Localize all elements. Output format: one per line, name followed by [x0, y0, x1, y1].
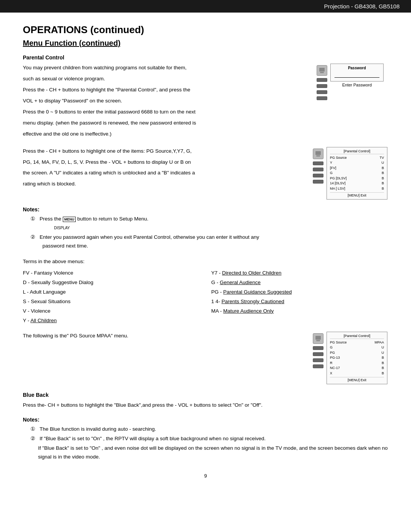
mpaa-row-4: R B [330, 361, 384, 366]
tv-side-buttons2 [313, 147, 323, 184]
pc-row-0: PG Source TV [330, 155, 384, 161]
term-d: D - Sexually Suggestive Dialog [23, 278, 200, 288]
term-pg: PG - Parental Guidance Suggested [211, 288, 388, 297]
terms-right: Y7 - Directed to Older Children G - Gene… [211, 268, 388, 326]
term-y: Y - All Children [23, 316, 200, 326]
note2-item2: ② If "Blue Back" is set to "On" , the RP… [30, 435, 388, 443]
blue-back-heading: Blue Back [23, 392, 388, 398]
page-title: OPERATIONS (continued) [23, 24, 388, 36]
note2-text2: If "Blue Back" is set to "On" , the RPTV… [40, 435, 266, 443]
password-screen: Password Enter Password [330, 64, 384, 87]
mpaa-display: [Parental Control] PG Source MPAA G U PG… [327, 332, 387, 385]
page-number: 9 [23, 473, 388, 479]
pc-row-2: [FV] B [330, 166, 384, 171]
mpaa-row-2: PG U [330, 350, 384, 356]
parental-text-col1: You may prevent children from watching p… [23, 64, 304, 141]
password-input-line [335, 72, 379, 78]
svg-rect-0 [319, 68, 325, 72]
para2-line2: PG, 14, MA, FV, D, L, S, V. Press the - … [23, 158, 304, 167]
section-title: Menu Function (continued) [23, 39, 388, 48]
notes2-title: Notes: [23, 417, 388, 423]
mpaa-row-0: PG Source MPAA [330, 340, 384, 345]
note2-text3: If "Blue Back" is set to "On" , and even… [38, 444, 388, 462]
term-s: S - Sexual Situations [23, 297, 200, 307]
pc-screen-col: [Parental Control] PG Source TV Y U [FV]… [312, 147, 388, 200]
header-bar: Projection - GB4308, GB5108 [0, 0, 411, 13]
tv-side-buttons [317, 64, 327, 100]
term-y7: Y7 - Directed to Older Children [211, 268, 388, 278]
mpaa-screen-title: [Parental Control] [330, 334, 384, 339]
para1-line4: VOL + to display "Password" on the scree… [23, 97, 304, 105]
password-image-col: Password Enter Password [312, 64, 388, 141]
mpaa-section: The following is the" PG Source MPAA" me… [23, 332, 388, 385]
pc-row-5: 14 [DLSV] B [330, 181, 384, 186]
term-l: L - Adult Language [23, 288, 200, 297]
pc-row-6: MA [ LSV] B [330, 186, 384, 192]
password-caption: Enter Password [330, 83, 384, 87]
para2-line4: rating which is blocked. [23, 180, 304, 189]
para1-line1: You may prevent children from watching p… [23, 64, 304, 72]
parental-control-section2: Press the - CH + buttons to highlight on… [23, 147, 388, 200]
para2-line1: Press the - CH + buttons to highlight on… [23, 147, 304, 156]
main-content: OPERATIONS (continued) Menu Function (co… [0, 13, 411, 494]
svg-rect-1 [320, 72, 324, 73]
notes-section-2: Notes: ① The Blue function is invalid du… [23, 417, 388, 462]
svg-rect-2 [315, 151, 321, 155]
menu-button-icon: MENU [63, 217, 76, 222]
svg-rect-4 [315, 336, 321, 340]
para1-line2: such as sexual or violence program. [23, 75, 304, 83]
pc-screen: [Parental Control] PG Source TV Y U [FV]… [327, 147, 387, 200]
tv-side-buttons3 [313, 332, 323, 368]
note1-item2: ② Enter you password again when you exit… [30, 233, 388, 251]
header-title: Projection - GB4308, GB5108 [324, 3, 400, 10]
parental-text-col2: Press the - CH + buttons to highlight on… [23, 147, 304, 200]
note2-text1: The Blue function is invalid during auto… [40, 425, 156, 434]
mpaa-intro: The following is the" PG Source MPAA" me… [23, 332, 304, 340]
mpaa-row-5: NC-17 B [330, 366, 384, 371]
term-g: G - General Audience [211, 278, 388, 288]
mpaa-text-col: The following is the" PG Source MPAA" me… [23, 332, 304, 385]
terms-section: Terms in the above menus: FV - Fantasy V… [23, 257, 388, 326]
pc-row-3: G B [330, 171, 384, 176]
terms-intro: Terms in the above menus: [23, 257, 388, 266]
svg-rect-3 [316, 155, 320, 157]
para1-line7: effective and the old one is ineffective… [23, 130, 304, 139]
term-v: V - Violence [23, 307, 200, 316]
mpaa-row-1: G U [330, 345, 384, 350]
term-14: 1 4- Parents Strongly Cautioned [211, 297, 388, 307]
para1-line5: Press the 0 ~ 9 buttons to enter the ini… [23, 108, 304, 117]
notes-section-1: Notes: ① Press the MENU button to return… [23, 206, 388, 251]
blue-back-section: Blue Back Press the- CH + buttons to hig… [23, 392, 388, 410]
parental-control-section1: You may prevent children from watching p… [23, 64, 388, 141]
para1-line3: Press the - CH + buttons to highlight th… [23, 86, 304, 94]
pc-row-1: Y U [330, 160, 384, 166]
terms-left: FV - Fantasy Violence D - Sexually Sugge… [23, 268, 200, 326]
para2-line3: the screen. A "U" indicates a rating whi… [23, 169, 304, 177]
pc-menu-exit: [MENU] Exit [330, 192, 384, 197]
mpaa-menu-exit: [MENU] Exit [330, 377, 384, 382]
terms-grid: FV - Fantasy Violence D - Sexually Sugge… [23, 268, 388, 326]
para1-line6: menu display. (when the password is rene… [23, 119, 304, 128]
mpaa-row-6: X B [330, 371, 384, 376]
note1-item1: ① Press the MENU button to return to Set… [30, 215, 388, 232]
term-ma: MA - Mature Audience Only [211, 307, 388, 316]
mpaa-row-3: PG-13 B [330, 355, 384, 361]
term-fv: FV - Fantasy Violence [23, 268, 200, 278]
svg-rect-5 [316, 340, 320, 341]
password-screen-label: Password [335, 66, 379, 70]
note2-item1: ① The Blue function is invalid during au… [30, 425, 388, 434]
note2-item3: If "Blue Back" is set to "On" , and even… [38, 444, 388, 462]
pc-row-4: PG [DLSV] B [330, 176, 384, 181]
pc-screen-title: [Parental Control] [330, 149, 384, 154]
mpaa-screen-col: [Parental Control] PG Source MPAA G U PG… [312, 332, 388, 385]
parental-control-heading: Parental Control [23, 54, 388, 61]
notes1-title: Notes: [23, 206, 388, 212]
blue-back-text: Press the- CH + buttons to highlight the… [23, 401, 388, 410]
